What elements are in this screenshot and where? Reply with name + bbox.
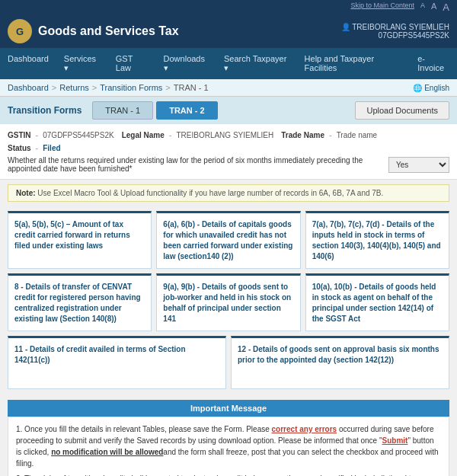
form-row-status: Status - Filed (8, 143, 449, 152)
section-heading: Transition Forms (8, 105, 89, 116)
status-field: Status - Filed (8, 143, 61, 152)
question-row: Whether all the returns required under e… (8, 156, 449, 173)
legal-name-label: Legal Name (122, 131, 165, 139)
username: TREIBORLANG SYIEMLIEH (352, 23, 449, 31)
font-small[interactable]: A (420, 2, 425, 13)
logo-icon: G (8, 19, 32, 43)
legal-name-field: Legal Name - TREIBORLANG SYIEMLIEH (122, 130, 274, 139)
font-large[interactable]: A (443, 2, 449, 13)
msg-para2: 2. The claim of transitional credit shal… (16, 473, 441, 476)
legal-name-value: TREIBORLANG SYIEMLIEH (176, 131, 273, 139)
card-12-title: 12 - Details of goods sent on approval b… (238, 344, 443, 366)
card-9-title: 9(a), 9(b) - Details of goods sent to jo… (163, 282, 293, 324)
note-text: Use Excel Macro Tool & Upload functional… (37, 189, 383, 197)
gstin-label: GSTIN (8, 131, 31, 139)
trade-name-label: Trade Name (281, 131, 324, 139)
msg-para1: 1. Once you fill the details in relevant… (16, 423, 441, 469)
card-11-title: 11 - Details of credit availed in terms … (14, 344, 219, 366)
user-info: 👤 TREIBORLANG SYIEMLIEH 07GDFPS5445PS2K (341, 23, 449, 40)
card-8-title: 8 - Details of transfer of CENVAT credit… (14, 282, 145, 324)
logo-area: G Goods and Services Tax (8, 19, 179, 43)
breadcrumb-links: Dashboard > Returns > Transition Forms >… (8, 83, 209, 92)
card-10[interactable]: 10(a), 10(b) - Details of goods held in … (305, 273, 449, 331)
site-title: Goods and Services Tax (38, 24, 179, 38)
tab-tran1[interactable]: TRAN - 1 (92, 101, 153, 120)
card-6[interactable]: 6(a), 6(b) - Details of capitals goods f… (156, 211, 300, 269)
status-value: Filed (43, 144, 60, 152)
form-row-1: GSTIN - 07GDFPS5445PS2K Legal Name - TRE… (8, 130, 449, 139)
card-7-title: 7(a), 7(b), 7(c), 7(d) - Details of the … (312, 219, 443, 262)
card-10-title: 10(a), 10(b) - Details of goods held in … (312, 282, 443, 324)
nav-help[interactable]: Help and Taxpayer Facilities (297, 48, 411, 79)
svg-text:G: G (16, 26, 24, 37)
trade-name-value: Trade name (337, 131, 378, 139)
user-icon: 👤 (341, 23, 353, 31)
nav-downloads[interactable]: Downloads ▾ (156, 48, 216, 79)
tabs-left: Transition Forms TRAN - 1 TRAN - 2 (8, 101, 218, 120)
card-7[interactable]: 7(a), 7(b), 7(c), 7(d) - Details of the … (305, 211, 449, 269)
card-9[interactable]: 9(a), 9(b) - Details of goods sent to jo… (156, 273, 300, 331)
tabs-container: Transition Forms TRAN - 1 TRAN - 2 Uploa… (0, 97, 457, 124)
nav-gst-law[interactable]: GST Law (108, 48, 156, 79)
gstin-field: GSTIN - 07GDFPS5445PS2K (8, 130, 114, 139)
breadcrumb-current: TRAN - 1 (174, 83, 209, 92)
skip-link[interactable]: Skip to Main Content (350, 2, 414, 13)
card-12[interactable]: 12 - Details of goods sent on approval b… (231, 336, 449, 389)
breadcrumb-returns[interactable]: Returns (59, 83, 89, 92)
answer-select[interactable]: Yes No (388, 157, 449, 173)
header: G Goods and Services Tax 👤 TREIBORLANG S… (0, 14, 457, 48)
font-medium[interactable]: A (431, 2, 436, 13)
status-label: Status (8, 144, 31, 152)
skip-bar: Skip to Main Content A A A (0, 0, 457, 14)
cards-grid-top: 5(a), 5(b), 5(c) – Amount of tax credit … (0, 206, 457, 336)
card-11[interactable]: 11 - Details of credit availed in terms … (8, 336, 226, 389)
gstin-value: 07GDFPS5445PS2K (43, 131, 113, 139)
tab-upload-documents[interactable]: Upload Documents (355, 101, 449, 120)
form-area: GSTIN - 07GDFPS5445PS2K Legal Name - TRE… (0, 124, 457, 180)
nav-search-taxpayer[interactable]: Search Taxpayer ▾ (216, 48, 297, 79)
user-code: 07GDFPS5445PS2K (379, 31, 449, 40)
important-message-heading: Important Message (8, 400, 449, 417)
trade-name-field: Trade Name - Trade name (281, 130, 377, 139)
tab-tran2[interactable]: TRAN - 2 (156, 101, 217, 120)
question-label: Whether all the returns required under e… (8, 156, 384, 173)
card-8[interactable]: 8 - Details of transfer of CENVAT credit… (8, 273, 152, 331)
nav-dashboard[interactable]: Dashboard (0, 48, 56, 79)
note-prefix: Note: (16, 189, 36, 197)
nav-services[interactable]: Services ▾ (56, 48, 108, 79)
cards-grid-bottom: 11 - Details of credit availed in terms … (0, 336, 457, 394)
breadcrumb-dashboard[interactable]: Dashboard (8, 83, 49, 92)
important-message-content: 1. Once you fill the details in relevant… (8, 417, 449, 476)
card-6-title: 6(a), 6(b) - Details of capitals goods f… (163, 219, 293, 262)
card-5-title: 5(a), 5(b), 5(c) – Amount of tax credit … (14, 219, 145, 251)
breadcrumb: Dashboard > Returns > Transition Forms >… (0, 79, 457, 97)
note-bar: Note: Use Excel Macro Tool & Upload func… (8, 184, 449, 202)
card-5[interactable]: 5(a), 5(b), 5(c) – Amount of tax credit … (8, 211, 152, 269)
main-nav: Dashboard Services ▾ GST Law Downloads ▾… (0, 48, 457, 79)
language-selector[interactable]: 🌐 English (413, 84, 449, 92)
breadcrumb-transition[interactable]: Transition Forms (100, 83, 162, 92)
nav-e-invoice[interactable]: e-Invoice (410, 48, 457, 79)
